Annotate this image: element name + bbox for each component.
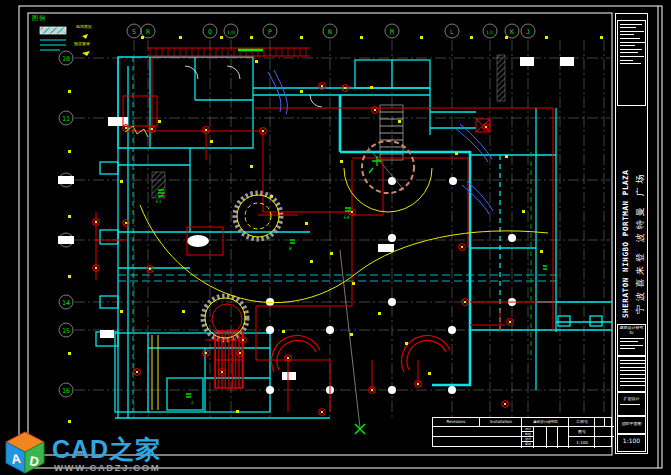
cube-letter-d: D (29, 453, 40, 469)
yellow-tick (210, 140, 213, 143)
grid-label: N (328, 28, 332, 36)
scale-box: 1:100 (617, 434, 646, 452)
cad-cube-icon: A D (4, 431, 48, 475)
yellow-tick (68, 215, 71, 218)
yellow-tick (455, 152, 458, 155)
yellow-tick (120, 180, 123, 183)
yellow-tick (340, 160, 343, 163)
wiring-red (96, 48, 556, 412)
bottom-title-table: Revisions Installation 建筑设计研究院 设计 制图 校对 … (432, 417, 612, 447)
legend-item: 预留套管 (74, 41, 90, 46)
walls-cyan (96, 57, 612, 418)
grid-label: 15 (62, 327, 70, 335)
yellow-tick (505, 155, 508, 158)
legend-swatch-tray (40, 27, 66, 34)
white-details (58, 57, 574, 428)
yellow-tick (600, 36, 603, 39)
yellow-tick (250, 36, 253, 39)
yellow-tick (310, 260, 313, 263)
device-symbol (502, 401, 509, 408)
yellow-tick (68, 90, 71, 93)
fire-devices (93, 83, 514, 416)
grid-label: L (450, 28, 454, 36)
grid-label: S (132, 28, 136, 36)
yellow-tick (378, 312, 381, 315)
plan-annotation: E1 (156, 199, 162, 204)
project-name-box: SHERATON NINGBO PORTMAN PLAZA 宁波喜来登 波特曼 … (617, 106, 646, 322)
yellow-tick (236, 410, 239, 413)
table-header-cell: Revisions (433, 418, 479, 426)
yellow-tick (545, 36, 548, 39)
site-url[interactable]: WWW.CADZJ.COM (54, 462, 160, 473)
table-scale-cell: 1:100 (568, 436, 595, 448)
drawing-name: 消防平面图 (618, 421, 645, 426)
yellow-tick (398, 120, 401, 123)
yellow-tick (428, 372, 431, 375)
device-symbol (507, 319, 514, 326)
plan-annotation: B (289, 246, 292, 251)
table-right-header: 工程号 (568, 418, 595, 426)
grid-label: M (390, 28, 394, 36)
legend-arrow-icon (82, 34, 88, 39)
watermark-logo[interactable]: A D CAD之家 WWW.CADZJ.COM (4, 431, 194, 475)
yellow-tick (282, 330, 285, 333)
legend-title: 图例 (32, 14, 132, 23)
grid-label: 14 (62, 299, 70, 307)
grid-label: Q (208, 28, 212, 36)
legend-item: 电缆桥架 (76, 24, 92, 29)
plan-annotation: E4 (344, 215, 350, 220)
yellow-tick (352, 282, 355, 285)
device-symbol (147, 266, 154, 273)
yellow-tick (68, 150, 71, 153)
grid-label: P (268, 28, 272, 36)
signature-box (617, 356, 646, 392)
device-symbol (134, 369, 141, 376)
yellow-tick (141, 36, 144, 39)
yellow-tick (300, 90, 303, 93)
table-cell (594, 436, 614, 448)
institute-name: 建筑设计研究院 (618, 325, 645, 335)
plan-annotation: 2 (191, 400, 194, 405)
yellow-tick (255, 60, 258, 63)
yellow-tick (305, 222, 308, 225)
legend-arrow-icon (82, 51, 90, 56)
grid-label: 1/L (486, 30, 494, 35)
yellow-tick (182, 310, 185, 313)
revision-box (617, 20, 646, 106)
firewall-band (148, 48, 310, 56)
device-symbol (483, 124, 490, 131)
grid-bubbles: S R Q 1/Q P N M L 1/L K J 10 11 12 13 14… (59, 24, 535, 397)
institute-box: 建筑设计研究院 (617, 324, 646, 356)
yellow-tick (68, 275, 71, 278)
grid-label: R (146, 28, 150, 36)
drawing-name-box: 消防平面图 (617, 416, 646, 434)
stage-label: 扩初设计 (618, 396, 645, 401)
yellow-tick (68, 352, 71, 355)
yellow-tick (470, 36, 473, 39)
yellow-tick (158, 120, 161, 123)
grid-label: 1/Q (227, 30, 235, 35)
table-center-header: 建筑设计研究院 (521, 418, 569, 426)
grid-label: J (526, 28, 530, 36)
device-symbol (203, 350, 210, 357)
yellow-tick (420, 36, 423, 39)
yellow-tick (540, 250, 543, 253)
scale-value: 1:100 (618, 438, 645, 443)
device-symbol (319, 409, 326, 416)
yellow-tick (522, 210, 525, 213)
yellow-tick (179, 36, 182, 39)
column-grid (74, 40, 610, 420)
table-cell (604, 418, 614, 426)
stage-box: 扩初设计 (617, 392, 646, 416)
grid-label: K (510, 28, 514, 36)
yellow-tick (68, 420, 71, 423)
entrance-arcs (272, 336, 450, 372)
yellow-tick (360, 36, 363, 39)
grid-label: 11 (62, 115, 70, 123)
table-cell (433, 436, 521, 448)
yellow-tick (250, 165, 253, 168)
cad-drawing-canvas[interactable]: S R Q 1/Q P N M L 1/L K J 10 11 12 13 14… (0, 0, 671, 475)
yellow-tick (120, 310, 123, 313)
table-mini-cell (533, 426, 547, 448)
project-name-en: SHERATON NINGBO PORTMAN PLAZA (621, 170, 630, 318)
